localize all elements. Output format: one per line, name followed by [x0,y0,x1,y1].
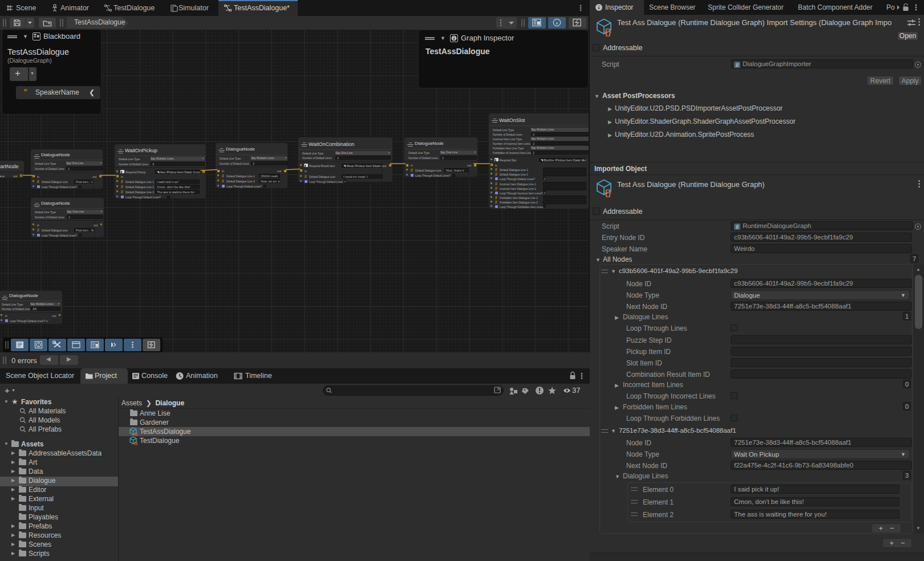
svg-text:{}: {} [134,432,137,437]
svg-text:{}: {} [134,441,137,446]
svg-text:{}: {} [605,27,611,36]
svg-text:{}: {} [605,188,611,197]
